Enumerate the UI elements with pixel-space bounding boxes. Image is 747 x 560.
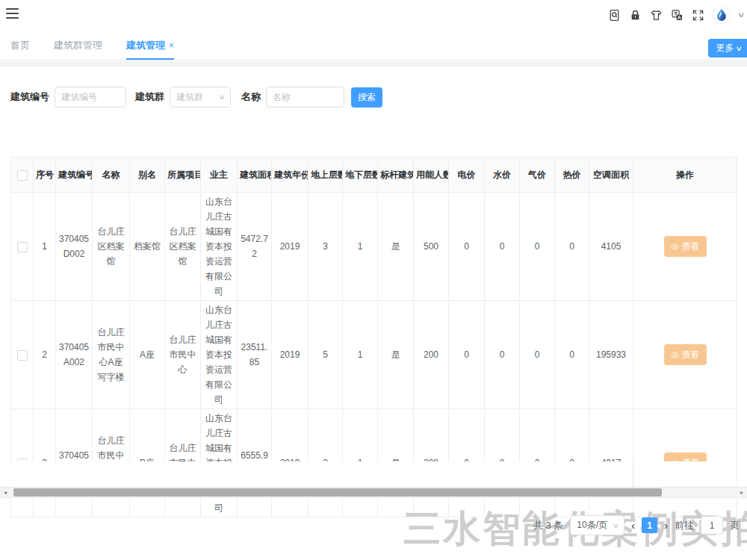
- tab-label: 建筑群管理: [54, 39, 102, 52]
- cell: 0: [449, 301, 485, 409]
- app-logo[interactable]: [713, 6, 731, 24]
- actions-cell: 查看: [633, 301, 737, 409]
- cell: 档案馆: [130, 193, 165, 301]
- cell: 2: [34, 301, 56, 409]
- cell: 0: [485, 301, 520, 409]
- total-count: 共 3 条: [533, 519, 563, 532]
- col-header: 电价: [449, 158, 485, 193]
- table-row: 1 370405D002 台儿庄区档案馆 档案馆 台儿庄区档案馆 山东台儿庄古城…: [11, 193, 737, 301]
- cell: 5: [309, 301, 343, 409]
- scroll-right-icon[interactable]: ▸: [737, 488, 747, 497]
- scroll-left-icon[interactable]: ◂: [0, 488, 10, 497]
- horizontal-scrollbar[interactable]: ◂ ▸: [0, 487, 747, 498]
- name-label: 名称: [241, 90, 261, 104]
- row-checkbox[interactable]: [17, 242, 28, 252]
- goto-label: 前往: [675, 519, 694, 532]
- pagination: 共 3 条 10条/页 ∨ ‹ 1 › 前往 页: [533, 515, 740, 535]
- user-menu-chevron-icon[interactable]: ∨: [737, 11, 746, 19]
- cell: 195933: [589, 301, 633, 409]
- lock-icon[interactable]: [629, 9, 642, 22]
- cell: 2019: [272, 301, 309, 409]
- top-bar: ∨: [0, 0, 747, 33]
- cell: 是: [378, 193, 414, 301]
- tab-building-group-mgmt[interactable]: 建筑群管理: [54, 33, 102, 60]
- cell: 4105: [589, 193, 633, 301]
- cell: 23511.85: [238, 301, 272, 409]
- col-header: 水价: [485, 158, 520, 193]
- language-icon[interactable]: [671, 9, 684, 22]
- col-header: 建筑编号: [56, 158, 93, 193]
- cell: 山东台儿庄古城国有资本投资运营有限公司: [201, 193, 238, 301]
- more-button[interactable]: 更多 ∨: [708, 39, 747, 57]
- col-header: 所属项目: [165, 158, 201, 193]
- cell: 台儿庄区档案馆: [93, 193, 130, 301]
- tab-home[interactable]: 首页: [10, 33, 30, 60]
- view-button[interactable]: 查看: [664, 236, 707, 257]
- col-header: 建筑面积: [238, 158, 272, 193]
- page-size-select[interactable]: 10条/页 ∨: [570, 515, 624, 535]
- fixed-column-divider: [633, 461, 633, 487]
- checkbox-cell: [11, 193, 34, 301]
- name-input[interactable]: [266, 87, 344, 108]
- select-all-cell: [11, 158, 34, 193]
- page-unit-label: 页: [730, 519, 740, 532]
- table-footer-space: [10, 461, 737, 487]
- prev-page-icon[interactable]: ‹: [631, 520, 635, 531]
- col-header: 标杆建筑: [378, 158, 414, 193]
- row-checkbox[interactable]: [17, 350, 28, 361]
- tab-label: 首页: [10, 39, 30, 52]
- view-button[interactable]: 查看: [664, 344, 707, 365]
- cell: 0: [555, 193, 589, 301]
- view-button-label: 查看: [682, 349, 700, 361]
- cell: 5472.72: [238, 193, 272, 301]
- tab-close-icon[interactable]: ×: [169, 40, 174, 51]
- col-header: 序号: [34, 158, 56, 193]
- col-header-actions: 操作: [633, 158, 737, 193]
- search-button[interactable]: 搜索: [351, 87, 382, 108]
- view-button-label: 查看: [682, 240, 700, 253]
- col-header: 地上层数: [309, 158, 343, 193]
- cell: 0: [449, 193, 485, 301]
- goto-page-input[interactable]: [701, 516, 723, 535]
- select-all-checkbox[interactable]: [17, 170, 28, 181]
- cell: 500: [414, 193, 449, 301]
- building-code-label: 建筑编号: [10, 90, 49, 104]
- search-form: 建筑编号 建筑群 建筑群 ∨ 名称 搜索: [10, 87, 382, 108]
- col-header: 用能人数: [414, 158, 449, 193]
- checkbox-cell: [11, 301, 34, 409]
- topbar-icon-group: ∨: [608, 4, 744, 26]
- actions-cell: 查看: [633, 193, 737, 301]
- col-header: 别名: [130, 158, 165, 193]
- col-header: 气价: [520, 158, 555, 193]
- cell: 0: [555, 301, 589, 409]
- scrollbar-thumb[interactable]: [13, 488, 662, 497]
- theme-shirt-icon[interactable]: [650, 9, 663, 22]
- cell: 是: [378, 301, 414, 409]
- tab-building-mgmt[interactable]: 建筑管理 ×: [126, 33, 174, 60]
- cell: 1: [343, 301, 378, 409]
- building-code-input[interactable]: [55, 87, 126, 108]
- cell: 山东台儿庄古城国有资本投资运营有限公司: [201, 301, 238, 409]
- menu-icon[interactable]: [6, 8, 19, 19]
- cell: 1: [34, 193, 56, 301]
- eye-icon: [671, 351, 679, 359]
- building-group-select-placeholder: 建筑群: [176, 91, 203, 104]
- cell: 1: [343, 193, 378, 301]
- col-header: 建筑年份: [272, 158, 309, 193]
- building-group-label: 建筑群: [135, 90, 164, 104]
- col-header: 名称: [93, 158, 130, 193]
- next-page-icon[interactable]: ›: [664, 520, 668, 531]
- page-number-current[interactable]: 1: [642, 517, 657, 533]
- cell: 0: [485, 193, 520, 301]
- building-group-select[interactable]: 建筑群 ∨: [170, 87, 231, 108]
- cell: 370405D002: [56, 193, 93, 301]
- cell: 3: [309, 193, 343, 301]
- chevron-down-icon: ∨: [613, 522, 620, 529]
- cell: 370405A002: [56, 301, 93, 409]
- document-search-icon[interactable]: [608, 9, 621, 22]
- col-header: 业主: [201, 158, 238, 193]
- fullscreen-icon[interactable]: [692, 9, 704, 22]
- col-header: 热价: [555, 158, 589, 193]
- col-header: 空调面积: [589, 158, 633, 193]
- background-strip: [0, 61, 747, 67]
